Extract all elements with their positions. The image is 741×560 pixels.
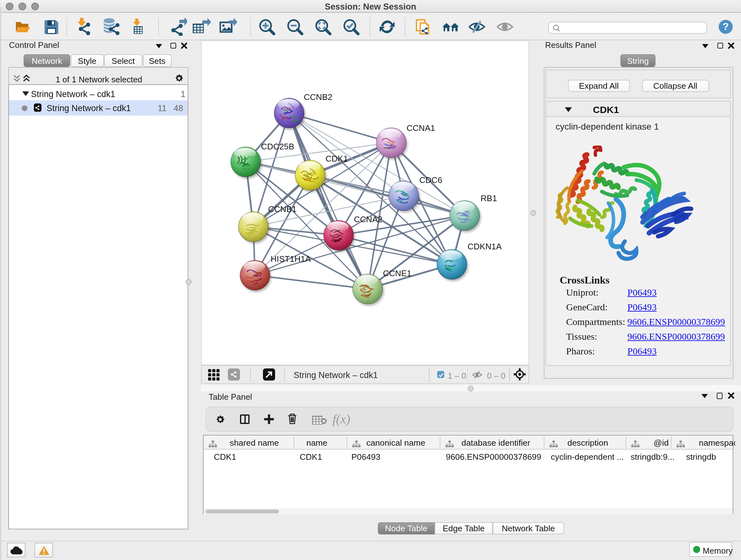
svg-text:CDK1: CDK1: [326, 153, 348, 163]
svg-text:CCNE1: CCNE1: [383, 268, 411, 278]
svg-text:CCNB2: CCNB2: [304, 92, 332, 102]
svg-text:CCNA1: CCNA1: [407, 123, 435, 132]
svg-text:HIST1H1A: HIST1H1A: [271, 254, 311, 263]
svg-text:CCNA2: CCNA2: [354, 214, 382, 224]
svg-text:CDC6: CDC6: [419, 175, 442, 185]
svg-text:CDKN1A: CDKN1A: [468, 241, 502, 251]
svg-text:CCNB1: CCNB1: [268, 204, 296, 213]
svg-text:RB1: RB1: [481, 193, 497, 203]
svg-text:CDC25B: CDC25B: [261, 141, 294, 151]
